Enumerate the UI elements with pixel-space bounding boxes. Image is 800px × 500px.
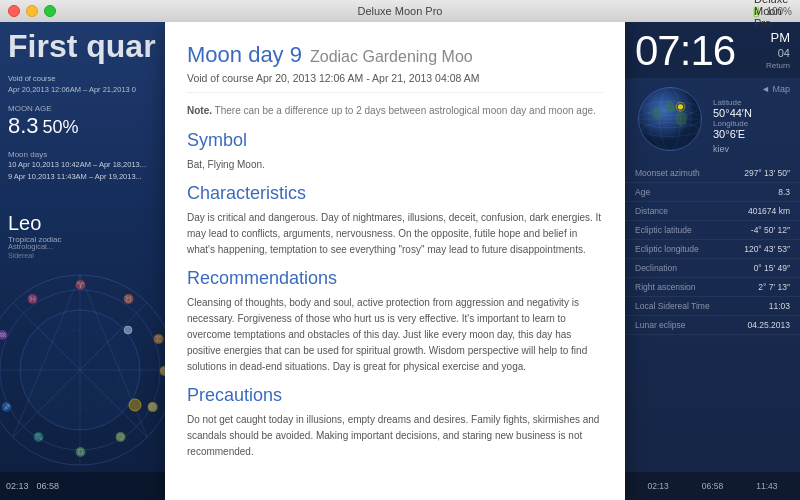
svg-point-21 bbox=[129, 399, 141, 411]
time-info: PM 04 Return bbox=[766, 30, 790, 70]
moon-age-percent: 50% bbox=[43, 117, 79, 138]
right-panel: 07:16 PM 04 Return bbox=[625, 22, 800, 500]
date-label: 04 bbox=[778, 47, 790, 59]
moon-days-label: Moon days bbox=[8, 150, 146, 159]
symbol-body: Bat, Flying Moon. bbox=[187, 157, 603, 173]
bottom-time-1: 02:13 bbox=[6, 481, 29, 491]
svg-text:♉: ♉ bbox=[123, 293, 135, 305]
recommendations-body: Cleansing of thoughts, body and soul, ac… bbox=[187, 295, 603, 375]
zodiac-section: Leo Tropical zodiac bbox=[8, 212, 62, 244]
globe bbox=[635, 84, 705, 154]
minimize-button[interactable] bbox=[26, 5, 38, 17]
data-row: Right ascension 2° 7′ 13″ bbox=[625, 278, 800, 297]
svg-text:♌: ♌ bbox=[147, 401, 159, 413]
data-row-label: Right ascension bbox=[635, 282, 695, 292]
modal-panel[interactable]: Moon day 9 Zodiac Gardening Moo Void of … bbox=[165, 22, 625, 500]
bottom-bar-left: 02:13 06:58 bbox=[0, 472, 165, 500]
precautions-body: Do not get caught today in illusions, em… bbox=[187, 412, 603, 460]
data-row-value: 297° 13′ 50″ bbox=[744, 168, 790, 178]
modal-note: Note. There can be a difference up to 2 … bbox=[187, 103, 603, 118]
longitude-label: Longitude bbox=[713, 119, 790, 128]
data-row: Declination 0° 15′ 49″ bbox=[625, 259, 800, 278]
zodiac-sign: Leo bbox=[8, 212, 62, 235]
data-row-value: 11:03 bbox=[769, 301, 790, 311]
data-row-value: -4° 50′ 12″ bbox=[751, 225, 790, 235]
characteristics-body: Day is critical and dangerous. Day of ni… bbox=[187, 210, 603, 258]
moon-days-section: Moon days 10 Apr 10,2013 10:42AM – Apr 1… bbox=[8, 150, 146, 183]
svg-point-22 bbox=[124, 326, 132, 334]
data-row: Moonset azimuth 297° 13′ 50″ bbox=[625, 164, 800, 183]
latitude-value: 50°44′N bbox=[713, 107, 790, 119]
characteristics-title: Characteristics bbox=[187, 183, 603, 204]
close-button[interactable] bbox=[8, 5, 20, 17]
data-row-value: 120° 43′ 53″ bbox=[744, 244, 790, 254]
window-controls[interactable] bbox=[8, 5, 56, 17]
data-row-label: Local Sidereal Time bbox=[635, 301, 710, 311]
moon-day-1: 10 Apr 10,2013 10:42AM – Apr 18,2013... bbox=[8, 159, 146, 171]
moon-day-2: 9 Apr 10,2013 11:43AM – Apr 19,2013... bbox=[8, 171, 146, 183]
bottom-time-r1: 02:13 bbox=[648, 481, 669, 491]
map-label[interactable]: ◄ Map bbox=[713, 84, 790, 94]
data-row: Age 8.3 bbox=[625, 183, 800, 202]
data-row: Ecliptic longitude 120° 43′ 53″ bbox=[625, 240, 800, 259]
bottom-time-r2: 06:58 bbox=[702, 481, 723, 491]
data-row-value: 8.3 bbox=[778, 187, 790, 197]
return-label: Return bbox=[766, 61, 790, 70]
data-table: Moonset azimuth 297° 13′ 50″ Age 8.3 Dis… bbox=[625, 160, 800, 472]
map-info: ◄ Map Latitude 50°44′N Longitude 30°6′E … bbox=[713, 84, 790, 154]
maximize-button[interactable] bbox=[44, 5, 56, 17]
svg-text:♈: ♈ bbox=[75, 279, 87, 291]
menubar-title: Deluxe Moon Pro bbox=[754, 0, 788, 29]
symbol-title: Symbol bbox=[187, 130, 603, 151]
precautions-title: Precautions bbox=[187, 385, 603, 406]
left-panel: First quar Void of course Apr 20,2013 12… bbox=[0, 22, 165, 500]
city-label: kiev bbox=[713, 144, 790, 154]
astro-label: Astrological... Sidereal bbox=[8, 242, 53, 260]
clock-display: 07:16 bbox=[635, 30, 735, 72]
titlebar: Deluxe Moon Pro 🔋 100% Deluxe Moon Pro bbox=[0, 0, 800, 22]
data-row-label: Ecliptic longitude bbox=[635, 244, 699, 254]
bottom-time-r3: 11:43 bbox=[756, 481, 777, 491]
main-content: First quar Void of course Apr 20,2013 12… bbox=[0, 22, 800, 500]
globe-section: ◄ Map Latitude 50°44′N Longitude 30°6′E … bbox=[625, 78, 800, 160]
moon-age-section: Moon age 8.3 50% bbox=[8, 104, 79, 139]
moon-age-number: 8.3 bbox=[8, 113, 39, 139]
void-course-left: Void of course Apr 20,2013 12:06AM – Apr… bbox=[8, 74, 136, 95]
zodiac-wheel: ♈ ♉ ♊ ♋ ♌ ♍ ♎ ♏ ♐ ♑ ♒ ♓ bbox=[0, 270, 165, 470]
latitude-label: Latitude bbox=[713, 98, 790, 107]
modal-title: Moon day 9 Zodiac Gardening Moo bbox=[187, 42, 603, 68]
phase-label: First quar bbox=[8, 30, 156, 62]
modal-subtitle: Zodiac Gardening Moo bbox=[310, 48, 473, 66]
data-row-label: Moonset azimuth bbox=[635, 168, 700, 178]
data-row-value: 401674 km bbox=[748, 206, 790, 216]
window-title: Deluxe Moon Pro bbox=[358, 5, 443, 17]
bottom-bar-right: 02:13 06:58 11:43 bbox=[625, 472, 800, 500]
longitude-value: 30°6′E bbox=[713, 128, 790, 140]
svg-text:♐: ♐ bbox=[1, 401, 13, 413]
menu-bar-right: 🔋 100% Deluxe Moon Pro bbox=[750, 6, 792, 17]
lunar-eclipse-label: Lunar eclipse bbox=[635, 320, 686, 330]
data-row-label: Age bbox=[635, 187, 650, 197]
svg-text:♊: ♊ bbox=[153, 333, 165, 345]
data-row: Local Sidereal Time 11:03 bbox=[625, 297, 800, 316]
bottom-time-2: 06:58 bbox=[37, 481, 60, 491]
ampm-label: PM bbox=[771, 30, 791, 45]
data-row-value: 0° 15′ 49″ bbox=[754, 263, 790, 273]
data-row-label: Distance bbox=[635, 206, 668, 216]
svg-point-31 bbox=[678, 104, 683, 109]
time-section: 07:16 PM 04 Return bbox=[625, 22, 800, 78]
data-row-label: Ecliptic latitude bbox=[635, 225, 692, 235]
svg-text:♍: ♍ bbox=[115, 431, 127, 443]
svg-text:♎: ♎ bbox=[75, 446, 87, 458]
recommendations-title: Recommendations bbox=[187, 268, 603, 289]
lunar-eclipse-value: 04.25.2013 bbox=[747, 320, 790, 330]
svg-text:♓: ♓ bbox=[27, 293, 39, 305]
data-row-value: 2° 7′ 13″ bbox=[758, 282, 790, 292]
moon-age-label: Moon age bbox=[8, 104, 79, 113]
svg-text:♒: ♒ bbox=[0, 329, 9, 341]
data-row: Ecliptic latitude -4° 50′ 12″ bbox=[625, 221, 800, 240]
svg-text:♏: ♏ bbox=[33, 431, 45, 443]
lunar-eclipse-row: Lunar eclipse 04.25.2013 bbox=[625, 316, 800, 335]
data-row-label: Declination bbox=[635, 263, 677, 273]
modal-void-course: Void of course Apr 20, 2013 12:06 AM - A… bbox=[187, 72, 603, 93]
